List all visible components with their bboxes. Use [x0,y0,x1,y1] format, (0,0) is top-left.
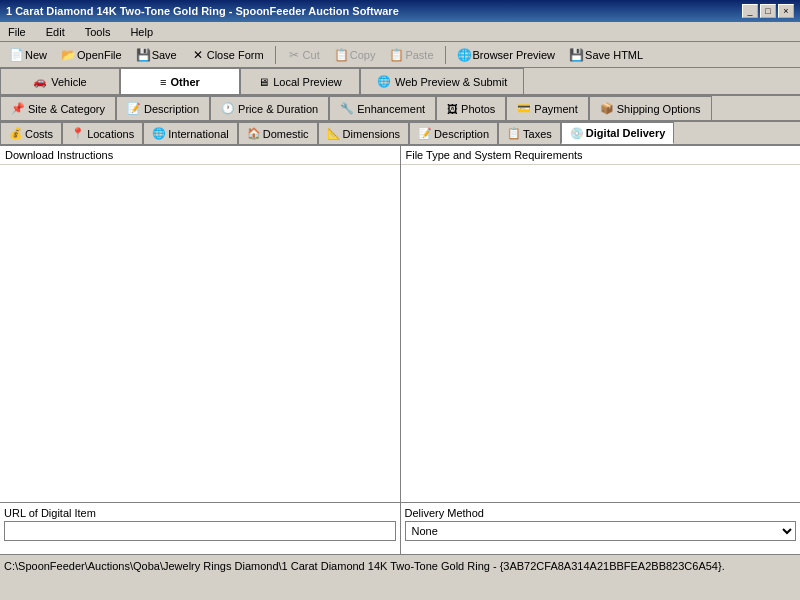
digital-delivery-icon: 💿 [570,127,584,140]
payment-icon: 💳 [517,102,531,115]
save-icon: 💾 [136,48,150,62]
toolbar-save-html[interactable]: 💾Save HTML [564,46,648,64]
cut-icon: ✂ [287,48,301,62]
status-text: C:\SpoonFeeder\Auctions\Qoba\Jewelry Rin… [4,560,725,572]
tab-local-preview[interactable]: 🖥 Local Preview [240,68,360,94]
tab-web-preview[interactable]: 🌐 Web Preview & Submit [360,68,524,94]
panel-right: File Type and System Requirements [401,146,801,502]
site-category-icon: 📌 [11,102,25,115]
url-label: URL of Digital Item [4,507,396,519]
content-area: Download Instructions File Type and Syst… [0,146,800,554]
tab-price-duration[interactable]: 🕐 Price & Duration [210,96,329,120]
menu-help[interactable]: Help [126,25,157,39]
delivery-method-label: Delivery Method [405,507,797,519]
minimize-button[interactable]: _ [742,4,758,18]
toolbar-closeform[interactable]: ✕Close Form [186,46,269,64]
file-type-content[interactable] [401,165,801,502]
closeform-icon: ✕ [191,48,205,62]
bottom-left: URL of Digital Item [0,503,401,554]
tab-row-3: 💰 Costs 📍 Locations 🌐 International 🏠 Do… [0,122,800,146]
tab-description-inner[interactable]: 📝 Description [409,122,498,144]
tab-costs[interactable]: 💰 Costs [0,122,62,144]
close-button[interactable]: × [778,4,794,18]
panel-left: Download Instructions [0,146,401,502]
tab-locations[interactable]: 📍 Locations [62,122,143,144]
menu-edit[interactable]: Edit [42,25,69,39]
other-icon: ≡ [160,76,166,88]
new-icon: 📄 [9,48,23,62]
description-inner-icon: 📝 [418,127,432,140]
save-html-icon: 💾 [569,48,583,62]
toolbar-paste[interactable]: 📋Paste [384,46,438,64]
copy-icon: 📋 [334,48,348,62]
tab-digital-delivery[interactable]: 💿 Digital Delivery [561,122,674,144]
taxes-icon: 📋 [507,127,521,140]
tab-shipping-options[interactable]: 📦 Shipping Options [589,96,712,120]
download-instructions-content[interactable] [0,165,400,502]
price-duration-icon: 🕐 [221,102,235,115]
toolbar: 📄New 📂OpenFile 💾Save ✕Close Form ✂Cut 📋C… [0,42,800,68]
toolbar-save[interactable]: 💾Save [131,46,182,64]
delivery-method-wrapper: None Email Download [405,521,797,541]
toolbar-copy[interactable]: 📋Copy [329,46,381,64]
toolbar-browser-preview[interactable]: 🌐Browser Preview [452,46,561,64]
tab-dimensions[interactable]: 📐 Dimensions [318,122,409,144]
download-instructions-header: Download Instructions [0,146,400,165]
enhancement-icon: 🔧 [340,102,354,115]
dimensions-icon: 📐 [327,127,341,140]
domestic-icon: 🏠 [247,127,261,140]
tab-enhancement[interactable]: 🔧 Enhancement [329,96,436,120]
tab-row-1: 🚗 Vehicle ≡ Other 🖥 Local Preview 🌐 Web … [0,68,800,96]
international-icon: 🌐 [152,127,166,140]
openfile-icon: 📂 [61,48,75,62]
menu-tools[interactable]: Tools [81,25,115,39]
description-icon: 📝 [127,102,141,115]
toolbar-openfile[interactable]: 📂OpenFile [56,46,127,64]
menu-file[interactable]: File [4,25,30,39]
locations-icon: 📍 [71,127,85,140]
tab-other[interactable]: ≡ Other [120,68,240,94]
browser-preview-icon: 🌐 [457,48,471,62]
title-bar: 1 Carat Diamond 14K Two-Tone Gold Ring -… [0,0,800,22]
tab-vehicle[interactable]: 🚗 Vehicle [0,68,120,94]
bottom-section: URL of Digital Item Delivery Method None… [0,502,800,554]
tab-description[interactable]: 📝 Description [116,96,210,120]
status-bar: C:\SpoonFeeder\Auctions\Qoba\Jewelry Rin… [0,554,800,576]
delivery-method-select[interactable]: None Email Download [406,522,796,540]
tab-taxes[interactable]: 📋 Taxes [498,122,561,144]
tab-row-2: 📌 Site & Category 📝 Description 🕐 Price … [0,96,800,122]
tab-photos[interactable]: 🖼 Photos [436,96,506,120]
photos-icon: 🖼 [447,103,458,115]
toolbar-sep-2 [445,46,446,64]
url-input[interactable] [4,521,396,541]
file-type-header: File Type and System Requirements [401,146,801,165]
toolbar-new[interactable]: 📄New [4,46,52,64]
costs-icon: 💰 [9,127,23,140]
window-title: 1 Carat Diamond 14K Two-Tone Gold Ring -… [6,5,399,17]
tab-domestic[interactable]: 🏠 Domestic [238,122,318,144]
toolbar-cut[interactable]: ✂Cut [282,46,325,64]
panels: Download Instructions File Type and Syst… [0,146,800,502]
maximize-button[interactable]: □ [760,4,776,18]
local-preview-icon: 🖥 [258,76,269,88]
web-preview-icon: 🌐 [377,75,391,88]
tab-site-category[interactable]: 📌 Site & Category [0,96,116,120]
vehicle-icon: 🚗 [33,75,47,88]
window-controls[interactable]: _ □ × [742,4,794,18]
toolbar-sep-1 [275,46,276,64]
tab-payment[interactable]: 💳 Payment [506,96,588,120]
tab-international[interactable]: 🌐 International [143,122,238,144]
bottom-right: Delivery Method None Email Download [401,503,801,554]
menu-bar: File Edit Tools Help [0,22,800,42]
paste-icon: 📋 [389,48,403,62]
shipping-icon: 📦 [600,102,614,115]
